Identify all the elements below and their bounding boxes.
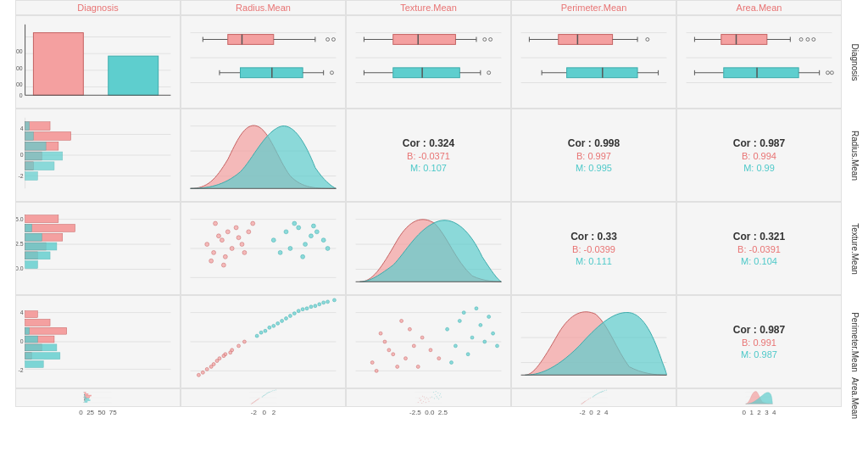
axis-bottom-col1: 0 25 50 75 xyxy=(15,407,181,474)
axis-bottom-col3: -2.5 0.0 2.5 xyxy=(346,407,511,474)
cell-r3c2-scatter xyxy=(181,202,346,295)
svg-point-307 xyxy=(264,395,265,396)
svg-point-144 xyxy=(247,230,251,234)
cell-r4c2-scatter xyxy=(181,295,346,388)
svg-rect-180 xyxy=(25,336,38,343)
hist-diag-r5-svg: 4 2 0 xyxy=(16,389,180,406)
svg-point-218 xyxy=(301,308,304,311)
svg-point-251 xyxy=(492,332,495,335)
svg-point-158 xyxy=(278,250,282,254)
cell-r2c1-hist: 4 0 -2 xyxy=(15,109,181,202)
svg-point-329 xyxy=(431,397,432,398)
svg-point-324 xyxy=(424,397,425,398)
svg-point-249 xyxy=(487,315,491,319)
svg-point-149 xyxy=(251,221,255,226)
svg-point-191 xyxy=(197,373,200,376)
svg-point-357 xyxy=(594,395,595,396)
svg-rect-103 xyxy=(25,152,63,160)
svg-point-301 xyxy=(270,392,270,393)
svg-point-326 xyxy=(426,402,426,403)
svg-point-194 xyxy=(218,357,221,360)
svg-point-330 xyxy=(435,394,436,395)
svg-rect-271 xyxy=(85,397,86,398)
svg-point-215 xyxy=(276,321,280,325)
svg-point-350 xyxy=(587,399,588,400)
svg-point-305 xyxy=(275,390,276,391)
svg-point-229 xyxy=(383,340,387,343)
svg-point-239 xyxy=(400,319,403,322)
svg-point-320 xyxy=(421,403,422,404)
svg-point-353 xyxy=(581,404,582,404)
svg-rect-52 xyxy=(513,16,675,108)
svg-text:0.0: 0.0 xyxy=(16,266,24,272)
plot-grid: Diagnosis Radius.Mean Texture.Mean Perim… xyxy=(0,0,868,474)
density-perimeter-svg xyxy=(512,296,676,388)
col-header-perimeter: Perimeter.Mean xyxy=(511,0,676,15)
axis-bottom-col2: -2 0 2 xyxy=(181,407,346,474)
svg-point-148 xyxy=(221,263,225,267)
svg-point-337 xyxy=(440,393,441,394)
svg-text:100: 100 xyxy=(16,81,23,87)
svg-point-294 xyxy=(256,400,257,401)
svg-rect-33 xyxy=(348,16,509,108)
svg-point-254 xyxy=(496,344,499,348)
svg-point-154 xyxy=(288,247,292,251)
svg-point-366 xyxy=(593,396,594,397)
svg-text:-2: -2 xyxy=(19,173,24,179)
row-label-perimeter: Perimeter.Mean xyxy=(842,295,868,388)
svg-point-214 xyxy=(268,326,271,329)
svg-point-246 xyxy=(479,323,482,326)
svg-point-147 xyxy=(242,250,247,254)
svg-rect-69 xyxy=(678,16,840,108)
svg-rect-20 xyxy=(228,35,274,45)
svg-rect-272 xyxy=(85,399,89,399)
svg-point-282 xyxy=(251,404,252,404)
svg-point-354 xyxy=(583,402,584,403)
svg-point-317 xyxy=(420,399,420,399)
svg-point-310 xyxy=(269,392,270,393)
svg-point-360 xyxy=(598,393,599,393)
svg-point-207 xyxy=(281,319,284,322)
axis-bottom-col5: 0 1 2 3 4 xyxy=(676,407,842,474)
svg-rect-265 xyxy=(85,393,89,394)
row4-left-empty xyxy=(0,295,15,388)
svg-point-371 xyxy=(601,392,602,393)
svg-text:4: 4 xyxy=(20,309,24,315)
svg-point-241 xyxy=(437,357,441,360)
svg-point-315 xyxy=(418,402,419,403)
row-label-diagnosis: Diagnosis xyxy=(842,15,868,109)
svg-rect-274 xyxy=(85,401,88,402)
svg-point-362 xyxy=(602,392,603,393)
svg-point-297 xyxy=(264,395,264,396)
svg-point-291 xyxy=(253,403,253,404)
col-header-area: Area.Mean xyxy=(676,0,842,15)
svg-point-221 xyxy=(326,300,330,304)
svg-rect-127 xyxy=(25,261,38,269)
svg-point-359 xyxy=(597,393,598,394)
cell-r1c5-boxplot xyxy=(676,15,842,109)
svg-point-303 xyxy=(273,390,274,391)
cell-r1c2-boxplot xyxy=(181,15,346,109)
cell-r3c3-density xyxy=(346,202,511,295)
row5-left-empty xyxy=(0,388,15,407)
svg-rect-124 xyxy=(25,233,42,241)
svg-rect-7 xyxy=(108,56,159,95)
svg-point-328 xyxy=(430,398,431,399)
svg-point-201 xyxy=(201,371,204,374)
svg-point-242 xyxy=(446,327,449,331)
svg-point-151 xyxy=(271,238,275,243)
svg-rect-47 xyxy=(393,68,460,78)
svg-text:5.0: 5.0 xyxy=(16,216,24,222)
svg-text:4: 4 xyxy=(20,125,24,131)
svg-point-318 xyxy=(423,401,424,402)
svg-point-247 xyxy=(453,344,457,348)
svg-rect-174 xyxy=(25,319,50,326)
scatter-r5c2-svg xyxy=(181,389,345,406)
svg-point-348 xyxy=(585,401,586,402)
svg-point-139 xyxy=(240,243,244,247)
svg-rect-101 xyxy=(25,132,34,141)
svg-point-321 xyxy=(426,398,427,399)
svg-point-228 xyxy=(387,349,391,352)
svg-point-336 xyxy=(437,398,438,399)
cell-r5c3-scatter xyxy=(346,388,511,407)
